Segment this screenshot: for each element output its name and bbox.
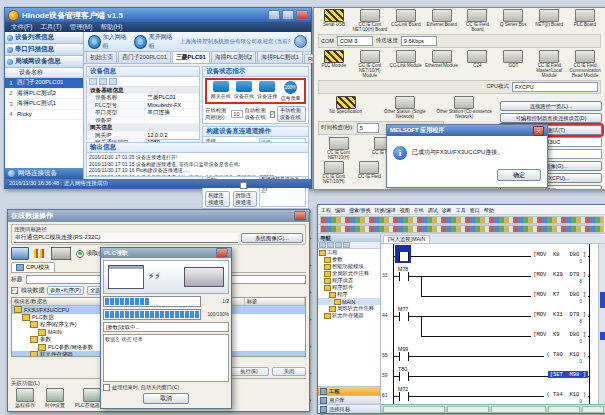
user-avatar[interactable]: [294, 35, 307, 48]
speed-field[interactable]: 9.6Kbps: [401, 36, 437, 46]
menu-item[interactable]: 转换/编译: [374, 207, 395, 213]
ladder-rung[interactable]: 55 M99 ( T80 K10 ) 0: [381, 344, 598, 364]
device-tab[interactable]: 海得PLC测试2: [211, 51, 257, 63]
ladder-rung[interactable]: 59 T80 [SET M98 ]: [381, 364, 598, 384]
plc-interface-item[interactable]: GOT: [495, 50, 531, 79]
module-data-checkbox[interactable]: [11, 287, 18, 294]
build-channel-button[interactable]: 构建连接通道: [205, 191, 229, 207]
nav-section-tab[interactable]: 连接目标: [318, 404, 380, 413]
close-icon[interactable]: [216, 248, 228, 258]
co-existence-route-item[interactable]: CC IE Field: [352, 161, 388, 185]
ladder-rung[interactable]: 33 M78 [MOV K29 D79 ] 8: [381, 264, 598, 284]
ladder-rung[interactable]: 44 M77 [MOV K31 D79 ] 8: [381, 304, 598, 324]
menu-item[interactable]: 调试: [428, 207, 438, 213]
nav-tree-item[interactable]: 程序部件: [318, 284, 380, 291]
property-row[interactable]: 网关信息: [87, 124, 199, 131]
pc-interface-item[interactable]: CC IE Cont NET/10(H) Board: [352, 9, 388, 33]
menu-item[interactable]: 编辑: [335, 207, 345, 213]
pc-interface-item[interactable]: Serial USB: [316, 9, 352, 33]
menu-item[interactable]: 搜索/替换: [349, 207, 370, 213]
ladder-rung[interactable]: 61 M72 ( T84 K10 ) 0: [381, 384, 598, 404]
menu-item[interactable]: 诊断: [442, 207, 452, 213]
document-tab[interactable]: [写入监视]MAIN: [383, 235, 430, 243]
detect-period-input[interactable]: 10: [231, 110, 243, 118]
param-program-button[interactable]: 参数+程序(P): [47, 286, 84, 295]
nav-tree-item[interactable]: 智能功能模块: [318, 263, 380, 270]
ladder-canvas[interactable]: [MOV K8 D80 ] 0 33 M78 [MOV K29 D79 ] 8: [381, 244, 598, 404]
station-item[interactable]: Other Station (Co-existence Network): [435, 96, 494, 120]
property-row[interactable]: PLC型号 Mitsubishi-FX: [87, 102, 199, 109]
ladder-rung[interactable]: [MOV K9 D80 ] 0: [381, 324, 598, 344]
co-existence-route-item[interactable]: CC IE Cont NET/10(H): [316, 161, 352, 185]
device-tab[interactable]: 初始主页: [86, 51, 117, 63]
close-icon[interactable]: ✕: [533, 126, 544, 136]
property-row[interactable]: 设备IP: [87, 117, 199, 124]
connection-path-list-button[interactable]: 连接路径一览(L)...: [500, 101, 602, 111]
auto-close-checkbox[interactable]: [103, 384, 110, 391]
menu-item[interactable]: 文件(F): [11, 23, 32, 32]
property-row[interactable]: 设备名称 三菱PLC01: [87, 94, 199, 101]
menu-item[interactable]: 在线: [414, 207, 424, 213]
listen-checkbox[interactable]: [240, 182, 247, 189]
menu-item[interactable]: 工程: [321, 207, 331, 213]
minimize-icon[interactable]: [268, 10, 280, 20]
close-button[interactable]: 关闭: [272, 367, 306, 376]
property-row[interactable]: 设备基础信息: [87, 87, 199, 94]
nav-tree-item[interactable]: MAIN: [318, 298, 380, 305]
pc-interface-item[interactable]: PLC Board: [567, 9, 603, 33]
pc-interface-item[interactable]: CC IE Field Board: [460, 9, 496, 33]
device-tab[interactable]: 西门子200PLC01: [118, 51, 171, 63]
plc-interface-item[interactable]: C24: [460, 50, 496, 79]
pc-interface-item[interactable]: CC-Link Board: [388, 9, 424, 33]
ladder-rung[interactable]: [MOV K8 D80 ] 0: [381, 244, 598, 264]
device-row[interactable]: 1 西门子200PLC01: [5, 78, 83, 89]
device-row[interactable]: 3 海得PLC测试1: [5, 99, 83, 110]
sidebar-bottom-bar[interactable]: 网络连接设备: [5, 168, 83, 179]
sidebar-section-header[interactable]: 串口扫描信息: [5, 44, 83, 56]
station-item[interactable]: No Specification: [316, 96, 375, 120]
menu-item[interactable]: 工具(T): [40, 23, 61, 32]
menu-item[interactable]: 工具: [456, 207, 466, 213]
related-function[interactable]: 时钟设置: [45, 388, 65, 408]
sidebar-section-header[interactable]: 设备列表信息: [5, 32, 83, 44]
pc-interface-item[interactable]: Q Series Bus: [495, 9, 531, 33]
ladder-rung[interactable]: [MOV K7 D80 ] 0: [381, 284, 598, 304]
progress-cancel-button[interactable]: 取消: [143, 393, 189, 404]
nav-tree-item[interactable]: 工程: [318, 249, 380, 256]
refresh-icon[interactable]: [109, 78, 117, 85]
plc-interface-item[interactable]: PLC Module: [316, 50, 352, 79]
sidebar-section-header[interactable]: 局域网设备信息: [5, 56, 83, 68]
time-check-field[interactable]: 5: [357, 123, 379, 133]
plc-interface-item[interactable]: CC IE Field Communication Head Module: [567, 50, 603, 79]
categorize-icon[interactable]: [89, 78, 97, 85]
titlebar[interactable]: Hinode设备管理客户端 v1.5: [5, 8, 311, 22]
pc-interface-item[interactable]: Ethernet Board: [424, 9, 460, 33]
maximize-icon[interactable]: [282, 10, 294, 20]
plc-interface-item[interactable]: CC IE Cont NET/10(H) Module: [352, 50, 388, 79]
progress-titlebar[interactable]: PLC读取: [101, 248, 231, 258]
manual-detect-button[interactable]: 手动检测设备在线: [277, 106, 306, 122]
melsoft-ok-button[interactable]: 确定: [497, 169, 541, 181]
menu-item[interactable]: 管理(M): [70, 23, 93, 32]
com-port-field[interactable]: COM 3: [337, 36, 373, 46]
device-tab[interactable]: 三菱PLC01: [172, 51, 210, 63]
close-icon[interactable]: [294, 211, 306, 221]
nav-section-tab[interactable]: 用户库: [318, 395, 380, 404]
auto-detect-checkbox[interactable]: [270, 111, 275, 118]
close-icon[interactable]: [296, 10, 308, 20]
remove-channel-button[interactable]: 拆除连接通道: [233, 191, 257, 207]
menu-item[interactable]: 帮助: [484, 207, 494, 213]
direct-connection-button[interactable]: 可编程控制器直接连接设置(D): [500, 113, 602, 123]
nav-tree-item[interactable]: 程序设置: [318, 277, 380, 284]
nav-tree-item[interactable]: 参数: [318, 256, 380, 263]
toolbar-icons[interactable]: [320, 216, 604, 224]
nav-tree-item[interactable]: 局部软元件注释: [318, 305, 380, 312]
property-row[interactable]: 网关IP 12.0.0.2: [87, 132, 199, 139]
device-tab[interactable]: 海得PLC测试1: [257, 51, 303, 63]
cpu-module-tab[interactable]: CPU模块: [11, 262, 55, 272]
titlebar[interactable]: 在线数据操作: [8, 210, 309, 222]
device-row[interactable]: 4 Ricky: [5, 110, 83, 121]
nav-section-tab[interactable]: 工程: [318, 386, 380, 395]
nav-tree-item[interactable]: 全局软元件注释: [318, 270, 380, 277]
related-function[interactable]: 远程操作: [15, 388, 35, 408]
